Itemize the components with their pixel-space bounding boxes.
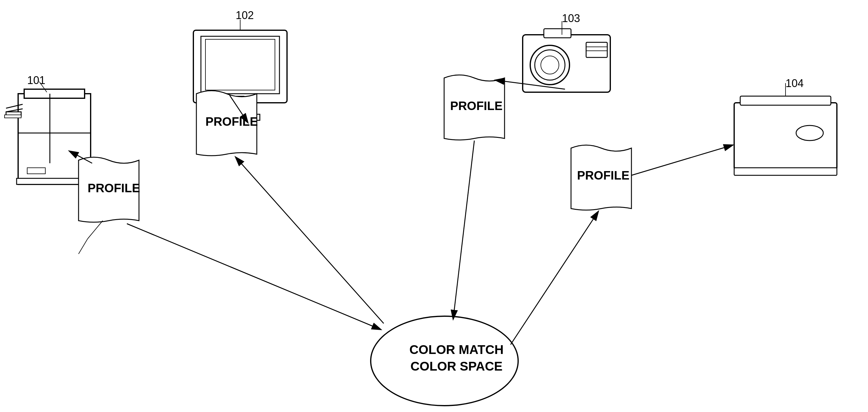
- ref-101: 101: [27, 74, 45, 87]
- svg-line-11: [6, 109, 23, 112]
- svg-line-10: [6, 104, 23, 108]
- svg-rect-13: [193, 30, 287, 103]
- svg-rect-3: [24, 89, 85, 98]
- svg-rect-20: [523, 35, 610, 92]
- ref-103: 103: [562, 12, 580, 25]
- svg-rect-16: [232, 103, 248, 115]
- svg-rect-4: [6, 112, 21, 116]
- svg-rect-14: [201, 36, 279, 94]
- svg-line-36: [127, 224, 381, 329]
- profile-label-4: PROFILE: [577, 169, 629, 182]
- svg-line-35: [69, 151, 92, 163]
- svg-rect-8: [27, 168, 45, 174]
- svg-point-24: [541, 56, 559, 74]
- svg-rect-29: [734, 103, 837, 169]
- svg-rect-18: [236, 96, 244, 100]
- svg-rect-15: [206, 39, 275, 90]
- svg-point-22: [530, 45, 569, 85]
- svg-rect-5: [4, 115, 21, 118]
- color-match-label: COLOR MATCH COLOR SPACE: [409, 342, 504, 375]
- svg-line-40: [453, 141, 474, 319]
- profile-label-1: PROFILE: [88, 181, 140, 195]
- svg-line-43: [88, 220, 103, 239]
- ref-102: 102: [236, 9, 254, 22]
- ref-104: 104: [785, 77, 804, 90]
- svg-line-42: [510, 212, 598, 345]
- svg-point-23: [535, 50, 565, 80]
- diagram-container: 101 102 103 104 PROFILE PROFILE PROFILE …: [0, 0, 868, 412]
- svg-rect-21: [544, 29, 571, 38]
- svg-rect-25: [586, 42, 607, 57]
- svg-rect-2: [18, 94, 91, 184]
- profile-label-2: PROFILE: [206, 115, 258, 128]
- svg-line-38: [236, 157, 384, 323]
- svg-line-44: [79, 239, 88, 254]
- profile-label-3: PROFILE: [450, 99, 502, 113]
- svg-line-39: [495, 80, 565, 89]
- svg-rect-30: [740, 96, 831, 105]
- svg-rect-31: [734, 168, 837, 175]
- svg-line-41: [631, 145, 733, 175]
- svg-point-32: [796, 125, 823, 141]
- svg-rect-9: [17, 178, 92, 184]
